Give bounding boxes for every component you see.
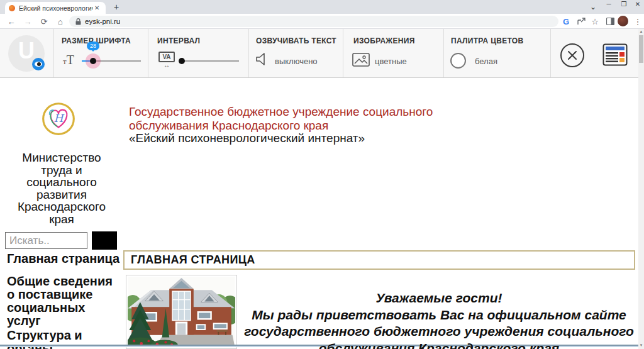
reload-icon[interactable]: ⟳ (38, 14, 50, 29)
close-window-button[interactable]: ✕ (633, 0, 643, 9)
tab-strip: Ейский психоневрологический ✕ + ⌄ ─ ❐ ✕ (0, 0, 644, 14)
welcome-line: государственного бюджетного учреждения с… (238, 323, 640, 340)
welcome-line: Мы рады приветствовать Вас на официально… (238, 307, 640, 324)
interval-slider[interactable] (180, 60, 239, 62)
interval-slider-handle[interactable] (179, 58, 185, 64)
org-name-black: «Ейский психоневрологический интернат» (129, 131, 491, 145)
search-input[interactable] (5, 232, 87, 249)
interval-arrow-icon: ↔ (158, 62, 175, 69)
browser-menu-icon[interactable]: ⋮ (631, 14, 644, 29)
divider (53, 29, 54, 77)
normal-version-button[interactable] (602, 43, 628, 69)
images-label: ИЗОБРАЖЕНИЯ (353, 36, 415, 45)
close-tab-icon[interactable]: ✕ (94, 4, 99, 11)
palette-status: белая (475, 57, 497, 66)
google-icon[interactable]: G (560, 14, 572, 29)
interval-label: ИНТЕРВАЛ (157, 36, 200, 45)
scroll-up-icon[interactable]: ▲ (638, 30, 644, 33)
restore-window-button[interactable]: ❐ (619, 0, 629, 9)
minimize-window-button[interactable]: ─ (604, 0, 614, 9)
welcome-line: обслуживания Краснодарского края (238, 340, 640, 349)
building-photo (126, 275, 237, 349)
favicon-icon (9, 5, 15, 11)
org-name-red: Государственное бюджетное учреждение соц… (129, 105, 491, 132)
site-logo[interactable]: Н (42, 102, 75, 136)
page-title-box: ГЛАВНАЯ СТРАНИЦА (123, 250, 635, 270)
accessibility-widget-icon[interactable]: U (8, 35, 45, 72)
eye-icon (32, 58, 45, 70)
forward-icon[interactable]: → (21, 14, 34, 29)
divider (343, 29, 343, 77)
ministry-link[interactable]: Министерство труда и социального развити… (5, 152, 118, 225)
side-panel-icon[interactable] (604, 14, 616, 29)
share-icon[interactable] (575, 14, 587, 29)
divider (550, 29, 551, 77)
lock-icon (75, 18, 81, 25)
bookmark-star-icon[interactable]: ☆ (589, 14, 601, 29)
interval-icon: VA (158, 52, 175, 62)
sidebar-item-general-info[interactable]: Общие сведения о поставщике социальных у… (7, 275, 121, 328)
images-icon[interactable] (352, 53, 370, 67)
welcome-line: Уважаемые гости! (238, 290, 640, 307)
font-size-icon: тТ (63, 53, 74, 67)
browser-tab[interactable]: Ейский психоневрологический ✕ (5, 2, 106, 14)
profile-avatar[interactable] (618, 16, 628, 26)
browser-window: Ейский психоневрологический ✕ + ⌄ ─ ❐ ✕ … (0, 0, 644, 349)
close-icon (562, 45, 583, 66)
speech-status: выключено (275, 57, 318, 66)
welcome-text: Уважаемые гости! Мы рады приветствовать … (238, 290, 640, 349)
divider (248, 29, 249, 77)
page-title: ГЛАВНАЯ СТРАНИЦА (131, 253, 255, 267)
sidebar-item-home[interactable]: Главная страница (7, 252, 121, 265)
images-status: цветные (375, 57, 407, 66)
browser-toolbar: ← → ⟳ ⌂ eysk-pni.ru G ☆ ⋮ (0, 14, 644, 29)
address-bar[interactable]: eysk-pni.ru (69, 16, 558, 27)
back-icon[interactable]: ← (5, 14, 18, 29)
chevron-down-icon[interactable]: ⌄ (590, 3, 596, 11)
url-text: eysk-pni.ru (85, 18, 120, 25)
palette-label: ПАЛИТРА ЦВЕТОВ (451, 36, 523, 45)
accessibility-toolbar: U РАЗМЕР ШРИФТА тТ 28 ИНТЕРВАЛ VA ↔ ОЗВУ… (0, 29, 638, 78)
divider (443, 29, 444, 77)
font-size-slider[interactable]: 28 (82, 60, 141, 62)
tab-title: Ейский психоневрологический (19, 4, 93, 12)
speaker-icon[interactable] (256, 53, 267, 65)
search-button[interactable] (92, 231, 117, 250)
close-widget-button[interactable] (560, 43, 584, 67)
home-icon[interactable]: ⌂ (54, 14, 67, 29)
new-tab-button[interactable]: + (111, 1, 122, 13)
palette-color-swatch[interactable] (450, 53, 466, 69)
scrollbar-thumb[interactable] (639, 35, 643, 63)
normal-version-icon (602, 43, 628, 66)
font-size-slider-handle[interactable] (90, 58, 96, 64)
speech-label: ОЗВУЧИВАТЬ ТЕКСТ (256, 36, 336, 45)
divider (148, 29, 148, 77)
font-size-value-badge: 28 (87, 42, 99, 50)
